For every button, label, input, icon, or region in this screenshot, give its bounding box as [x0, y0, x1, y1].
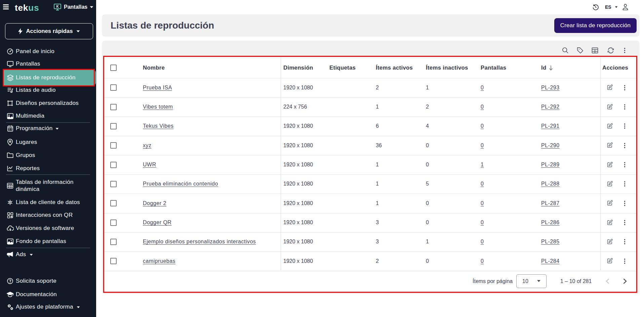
svg-text:K: K — [56, 5, 59, 8]
